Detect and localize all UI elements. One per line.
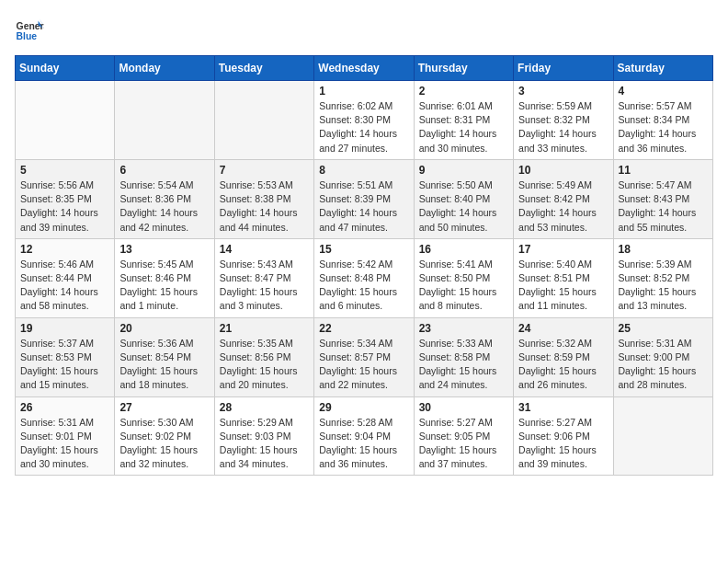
- calendar-cell: [214, 81, 313, 160]
- day-info: Sunrise: 5:37 AM Sunset: 8:53 PM Dayligh…: [20, 337, 109, 393]
- day-info: Sunrise: 5:28 AM Sunset: 9:04 PM Dayligh…: [319, 416, 408, 472]
- day-number: 18: [619, 243, 708, 256]
- calendar-cell: 7Sunrise: 5:53 AM Sunset: 8:38 PM Daylig…: [214, 159, 313, 238]
- day-info: Sunrise: 6:01 AM Sunset: 8:31 PM Dayligh…: [419, 99, 508, 155]
- day-info: Sunrise: 5:27 AM Sunset: 9:05 PM Dayligh…: [419, 416, 508, 472]
- day-info: Sunrise: 5:57 AM Sunset: 8:34 PM Dayligh…: [619, 99, 708, 155]
- calendar-cell: 10Sunrise: 5:49 AM Sunset: 8:42 PM Dayli…: [514, 159, 613, 238]
- calendar-cell: 26Sunrise: 5:31 AM Sunset: 9:01 PM Dayli…: [16, 396, 115, 476]
- weekday-header-tuesday: Tuesday: [214, 56, 313, 81]
- day-number: 5: [20, 164, 109, 177]
- day-number: 24: [518, 322, 608, 335]
- day-number: 8: [319, 164, 408, 177]
- calendar-week-row: 19Sunrise: 5:37 AM Sunset: 8:53 PM Dayli…: [16, 317, 713, 396]
- day-info: Sunrise: 5:35 AM Sunset: 8:56 PM Dayligh…: [220, 337, 309, 393]
- day-info: Sunrise: 5:45 AM Sunset: 8:46 PM Dayligh…: [119, 258, 209, 314]
- calendar-cell: 27Sunrise: 5:30 AM Sunset: 9:02 PM Dayli…: [115, 396, 214, 476]
- calendar-cell: 11Sunrise: 5:47 AM Sunset: 8:43 PM Dayli…: [613, 159, 712, 238]
- day-number: 26: [20, 401, 109, 414]
- calendar-cell: 14Sunrise: 5:43 AM Sunset: 8:47 PM Dayli…: [214, 238, 313, 317]
- day-info: Sunrise: 5:31 AM Sunset: 9:00 PM Dayligh…: [619, 337, 708, 393]
- weekday-header-row: SundayMondayTuesdayWednesdayThursdayFrid…: [16, 56, 713, 81]
- calendar-cell: 29Sunrise: 5:28 AM Sunset: 9:04 PM Dayli…: [314, 396, 414, 476]
- svg-text:General: General: [17, 21, 44, 31]
- day-info: Sunrise: 5:33 AM Sunset: 8:58 PM Dayligh…: [419, 337, 508, 393]
- day-number: 29: [319, 401, 408, 414]
- calendar-cell: 2Sunrise: 6:01 AM Sunset: 8:31 PM Daylig…: [414, 81, 513, 160]
- day-number: 21: [220, 322, 309, 335]
- calendar-cell: 9Sunrise: 5:50 AM Sunset: 8:40 PM Daylig…: [414, 159, 513, 238]
- logo: General Blue: [15, 15, 48, 44]
- calendar-cell: 21Sunrise: 5:35 AM Sunset: 8:56 PM Dayli…: [214, 317, 313, 396]
- weekday-header-sunday: Sunday: [16, 56, 115, 81]
- calendar-cell: 4Sunrise: 5:57 AM Sunset: 8:34 PM Daylig…: [613, 81, 712, 160]
- day-info: Sunrise: 5:32 AM Sunset: 8:59 PM Dayligh…: [518, 337, 608, 393]
- page-header: General Blue: [15, 15, 713, 44]
- day-number: 22: [319, 322, 408, 335]
- calendar-cell: 25Sunrise: 5:31 AM Sunset: 9:00 PM Dayli…: [613, 317, 712, 396]
- day-info: Sunrise: 5:54 AM Sunset: 8:36 PM Dayligh…: [119, 178, 209, 235]
- day-number: 9: [419, 164, 508, 177]
- day-number: 31: [518, 401, 608, 414]
- day-info: Sunrise: 5:42 AM Sunset: 8:48 PM Dayligh…: [319, 258, 408, 314]
- day-info: Sunrise: 5:36 AM Sunset: 8:54 PM Dayligh…: [119, 337, 209, 393]
- day-number: 4: [619, 85, 708, 98]
- calendar-cell: [115, 81, 214, 160]
- calendar-cell: 23Sunrise: 5:33 AM Sunset: 8:58 PM Dayli…: [414, 317, 513, 396]
- weekday-header-thursday: Thursday: [414, 56, 513, 81]
- day-info: Sunrise: 5:50 AM Sunset: 8:40 PM Dayligh…: [419, 178, 508, 235]
- weekday-header-wednesday: Wednesday: [314, 56, 414, 81]
- calendar-cell: 8Sunrise: 5:51 AM Sunset: 8:39 PM Daylig…: [314, 159, 414, 238]
- weekday-header-saturday: Saturday: [613, 56, 712, 81]
- calendar-cell: 17Sunrise: 5:40 AM Sunset: 8:51 PM Dayli…: [514, 238, 613, 317]
- calendar-cell: 6Sunrise: 5:54 AM Sunset: 8:36 PM Daylig…: [115, 159, 214, 238]
- day-info: Sunrise: 5:41 AM Sunset: 8:50 PM Dayligh…: [419, 258, 508, 314]
- day-info: Sunrise: 5:39 AM Sunset: 8:52 PM Dayligh…: [619, 258, 708, 314]
- day-info: Sunrise: 5:59 AM Sunset: 8:32 PM Dayligh…: [518, 99, 608, 155]
- day-number: 15: [319, 243, 408, 256]
- day-number: 19: [20, 322, 109, 335]
- day-number: 14: [220, 243, 309, 256]
- weekday-header-monday: Monday: [115, 56, 214, 81]
- day-number: 6: [119, 164, 209, 177]
- calendar-cell: 30Sunrise: 5:27 AM Sunset: 9:05 PM Dayli…: [414, 396, 513, 476]
- calendar-cell: 5Sunrise: 5:56 AM Sunset: 8:35 PM Daylig…: [16, 159, 115, 238]
- day-number: 17: [518, 243, 608, 256]
- calendar-cell: 3Sunrise: 5:59 AM Sunset: 8:32 PM Daylig…: [514, 81, 613, 160]
- day-number: 16: [419, 243, 508, 256]
- calendar-cell: 24Sunrise: 5:32 AM Sunset: 8:59 PM Dayli…: [514, 317, 613, 396]
- day-number: 10: [518, 164, 608, 177]
- day-info: Sunrise: 5:34 AM Sunset: 8:57 PM Dayligh…: [319, 337, 408, 393]
- calendar-cell: 18Sunrise: 5:39 AM Sunset: 8:52 PM Dayli…: [613, 238, 712, 317]
- calendar-cell: [16, 81, 115, 160]
- calendar-table: SundayMondayTuesdayWednesdayThursdayFrid…: [15, 55, 713, 476]
- day-info: Sunrise: 5:47 AM Sunset: 8:43 PM Dayligh…: [619, 178, 708, 235]
- day-info: Sunrise: 5:31 AM Sunset: 9:01 PM Dayligh…: [20, 416, 109, 472]
- day-number: 13: [119, 243, 209, 256]
- calendar-cell: 12Sunrise: 5:46 AM Sunset: 8:44 PM Dayli…: [16, 238, 115, 317]
- day-number: 30: [419, 401, 508, 414]
- logo-icon: General Blue: [15, 15, 44, 44]
- calendar-cell: 31Sunrise: 5:27 AM Sunset: 9:06 PM Dayli…: [514, 396, 613, 476]
- day-info: Sunrise: 6:02 AM Sunset: 8:30 PM Dayligh…: [319, 99, 408, 155]
- day-info: Sunrise: 5:46 AM Sunset: 8:44 PM Dayligh…: [20, 258, 109, 314]
- day-info: Sunrise: 5:49 AM Sunset: 8:42 PM Dayligh…: [518, 178, 608, 235]
- day-number: 3: [518, 85, 608, 98]
- day-number: 20: [119, 322, 209, 335]
- svg-text:Blue: Blue: [17, 31, 38, 41]
- calendar-cell: 15Sunrise: 5:42 AM Sunset: 8:48 PM Dayli…: [314, 238, 414, 317]
- calendar-week-row: 1Sunrise: 6:02 AM Sunset: 8:30 PM Daylig…: [16, 81, 713, 160]
- day-info: Sunrise: 5:27 AM Sunset: 9:06 PM Dayligh…: [518, 416, 608, 472]
- day-info: Sunrise: 5:40 AM Sunset: 8:51 PM Dayligh…: [518, 258, 608, 314]
- day-number: 11: [619, 164, 708, 177]
- calendar-cell: 22Sunrise: 5:34 AM Sunset: 8:57 PM Dayli…: [314, 317, 414, 396]
- calendar-cell: 1Sunrise: 6:02 AM Sunset: 8:30 PM Daylig…: [314, 81, 414, 160]
- calendar-cell: 13Sunrise: 5:45 AM Sunset: 8:46 PM Dayli…: [115, 238, 214, 317]
- day-number: 28: [220, 401, 309, 414]
- calendar-week-row: 5Sunrise: 5:56 AM Sunset: 8:35 PM Daylig…: [16, 159, 713, 238]
- day-info: Sunrise: 5:53 AM Sunset: 8:38 PM Dayligh…: [220, 178, 309, 235]
- calendar-week-row: 12Sunrise: 5:46 AM Sunset: 8:44 PM Dayli…: [16, 238, 713, 317]
- day-info: Sunrise: 5:51 AM Sunset: 8:39 PM Dayligh…: [319, 178, 408, 235]
- day-number: 23: [419, 322, 508, 335]
- day-number: 7: [220, 164, 309, 177]
